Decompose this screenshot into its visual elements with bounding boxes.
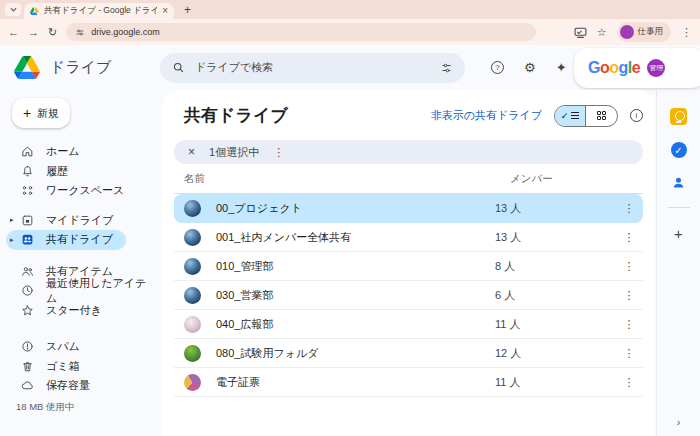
- view-toggle: ✓: [554, 105, 618, 127]
- column-name[interactable]: 名前: [184, 172, 205, 186]
- row-menu-icon[interactable]: ⋮: [615, 260, 643, 273]
- selection-toolbar: × 1個選択中 ⋮: [174, 140, 643, 164]
- row-menu-icon[interactable]: ⋮: [615, 347, 643, 360]
- my-drive-icon: [21, 214, 34, 227]
- contacts-icon[interactable]: [671, 175, 686, 190]
- drive-favicon: [30, 7, 39, 15]
- tab-search-button[interactable]: [5, 3, 21, 16]
- check-icon: ✓: [561, 111, 569, 121]
- google-account-card[interactable]: Google 管理: [574, 48, 700, 88]
- address-bar[interactable]: drive.google.com: [66, 23, 536, 41]
- drive-avatar: [184, 229, 201, 246]
- google-wordmark: Google: [588, 59, 640, 77]
- clear-selection-icon[interactable]: ×: [188, 145, 195, 159]
- spam-icon: [21, 340, 34, 353]
- row-menu-icon[interactable]: ⋮: [615, 289, 643, 302]
- search-input[interactable]: ドライブで検索: [160, 53, 465, 83]
- reload-icon[interactable]: ↻: [48, 26, 57, 39]
- list-view-button[interactable]: ✓: [555, 106, 586, 126]
- sidebar-item-starred[interactable]: スター付き: [6, 301, 154, 321]
- settings-gear-icon[interactable]: ⚙: [524, 61, 536, 74]
- browser-menu-icon[interactable]: ⋮: [681, 26, 692, 39]
- table-header: 名前 メンバー: [174, 164, 643, 194]
- table-row[interactable]: 電子証票 11 人 ⋮: [174, 368, 643, 397]
- sidebar-item-spam[interactable]: スパム: [6, 337, 154, 357]
- expand-arrow-icon[interactable]: ▸: [10, 236, 14, 244]
- tab-title: 共有ドライブ - Google ドライブ: [44, 5, 157, 17]
- drive-avatar: [184, 345, 201, 362]
- forward-icon[interactable]: →: [28, 26, 39, 38]
- star-icon: [21, 304, 34, 317]
- expand-arrow-icon[interactable]: ▸: [10, 216, 14, 224]
- row-menu-icon[interactable]: ⋮: [615, 376, 643, 389]
- back-icon[interactable]: ←: [8, 26, 19, 38]
- browser-profile-chip[interactable]: 仕事用: [617, 22, 672, 42]
- selection-menu-icon[interactable]: ⋮: [273, 146, 284, 159]
- drive-avatar: [184, 374, 201, 391]
- profile-name: 仕事用: [638, 26, 664, 38]
- workspace-side-panel: ✓ + ›: [656, 90, 700, 436]
- sidebar-item-activity[interactable]: 履歴: [6, 162, 154, 182]
- grid-view-button[interactable]: [586, 106, 617, 126]
- new-button-label: 新規: [37, 106, 59, 121]
- panel-collapse-icon[interactable]: ›: [677, 416, 681, 428]
- sidebar-item-storage[interactable]: 保存容量: [6, 376, 154, 396]
- browser-toolbar: ← → ↻ drive.google.com ☆ 仕事用 ⋮: [0, 19, 700, 45]
- profile-avatar: [620, 25, 634, 39]
- row-menu-icon[interactable]: ⋮: [615, 231, 643, 244]
- table-row[interactable]: 040_広報部 11 人 ⋮: [174, 310, 643, 339]
- get-add-ons-icon[interactable]: +: [674, 225, 683, 242]
- table-row[interactable]: 00_プロジェクト 13 人 ⋮: [174, 194, 643, 223]
- row-menu-icon[interactable]: ⋮: [615, 202, 643, 215]
- drive-avatar: [184, 287, 201, 304]
- new-button[interactable]: + 新規: [12, 98, 70, 128]
- account-avatar[interactable]: 管理: [647, 59, 665, 77]
- site-settings-icon: [75, 28, 85, 37]
- plus-icon: +: [23, 105, 31, 121]
- hidden-shared-drives-link[interactable]: 非表示の共有ドライブ: [431, 108, 542, 123]
- sidebar-item-shared-drives[interactable]: ▸ 共有ドライブ: [6, 230, 126, 250]
- info-icon[interactable]: i: [630, 109, 643, 122]
- drive-avatar: [184, 258, 201, 275]
- gemini-sparkle-icon[interactable]: ✦: [556, 61, 567, 74]
- drive-header: ドライブ ドライブで検索 ? ⚙ ✦ Google 管理: [0, 45, 700, 90]
- drive-logo: [14, 56, 40, 79]
- sidebar-item-home[interactable]: ホーム: [6, 142, 154, 162]
- search-options-icon[interactable]: [440, 62, 453, 74]
- tasks-icon[interactable]: ✓: [671, 142, 687, 158]
- table-row[interactable]: 010_管理部 8 人 ⋮: [174, 252, 643, 281]
- shared-drive-icon: [21, 233, 34, 246]
- people-icon: [21, 265, 34, 278]
- new-tab-button[interactable]: +: [184, 3, 191, 17]
- send-to-device-icon[interactable]: [574, 27, 587, 38]
- help-icon[interactable]: ?: [491, 61, 504, 74]
- table-row[interactable]: 001_社内メンバー全体共有 13 人 ⋮: [174, 223, 643, 252]
- app-name: ドライブ: [50, 58, 111, 77]
- home-icon: [21, 145, 34, 158]
- sidebar-item-my-drive[interactable]: ▸ マイドライブ: [6, 211, 154, 231]
- keep-icon[interactable]: [670, 108, 687, 125]
- toolbar-right: ☆ 仕事用 ⋮: [574, 22, 692, 42]
- column-members[interactable]: メンバー: [510, 172, 643, 186]
- chevron-down-icon: [10, 7, 17, 12]
- clock-icon: [21, 284, 34, 297]
- table-row[interactable]: 030_営業部 6 人 ⋮: [174, 281, 643, 310]
- workspaces-icon: [21, 184, 34, 197]
- storage-usage-text: 18 MB 使用中: [0, 401, 160, 414]
- row-menu-icon[interactable]: ⋮: [615, 318, 643, 331]
- url-text: drive.google.com: [91, 27, 160, 37]
- table-row[interactable]: 080_試験用フォルダ 12 人 ⋮: [174, 339, 643, 368]
- sidebar-item-trash[interactable]: ゴミ箱: [6, 357, 154, 377]
- drive-brand[interactable]: ドライブ: [0, 56, 160, 79]
- selection-count: 1個選択中: [209, 145, 259, 160]
- search-placeholder: ドライブで検索: [195, 60, 430, 75]
- grid-view-icon: [597, 111, 606, 120]
- sidebar: + 新規 ホーム 履歴 ワークスペース ▸ マイドライブ ▸ 共有ドライブ: [0, 90, 160, 436]
- tab-close-icon[interactable]: ×: [162, 6, 168, 16]
- bookmark-star-icon[interactable]: ☆: [597, 26, 607, 39]
- sidebar-item-workspaces[interactable]: ワークスペース: [6, 181, 154, 201]
- browser-tabstrip: 共有ドライブ - Google ドライブ × +: [0, 0, 700, 19]
- cloud-icon: [21, 379, 34, 392]
- browser-tab[interactable]: 共有ドライブ - Google ドライブ ×: [24, 3, 174, 19]
- sidebar-item-recent[interactable]: 最近使用したアイテム: [6, 281, 154, 301]
